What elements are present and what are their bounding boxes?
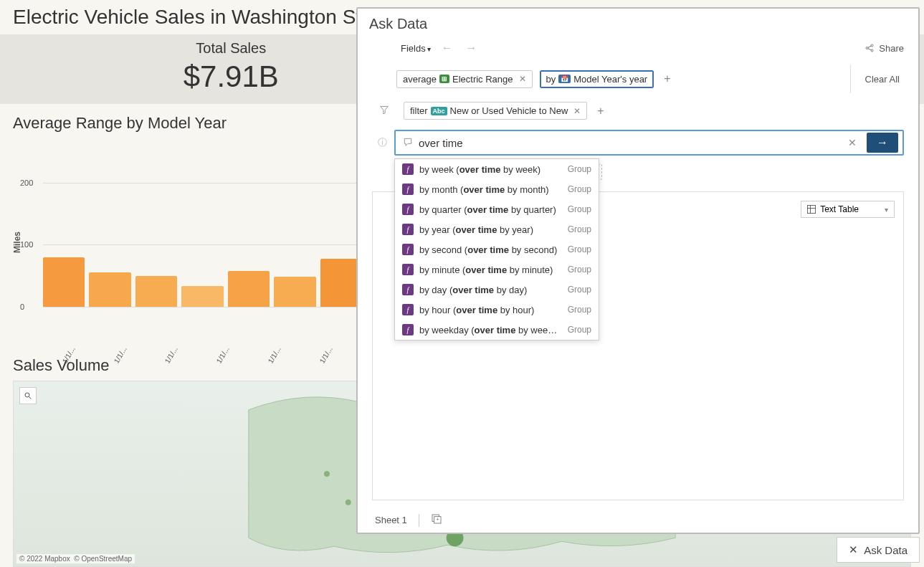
function-icon: f: [402, 204, 414, 215]
autocomplete-label: by day (over time by day): [419, 285, 562, 295]
autocomplete-group: Group: [568, 204, 591, 214]
sheet-bar: Sheet 1 +: [358, 508, 918, 533]
function-icon: f: [402, 264, 414, 275]
bar[interactable]: [181, 286, 223, 307]
close-icon: ✕: [849, 543, 858, 556]
svg-point-34: [871, 49, 873, 52]
remove-pill-icon[interactable]: ✕: [573, 106, 581, 116]
submit-search-button[interactable]: →: [867, 133, 898, 153]
table-icon: [807, 205, 816, 214]
svg-line-35: [868, 46, 872, 47]
autocomplete-label: by weekday (over time by weekday): [419, 325, 562, 335]
svg-text:+: +: [436, 517, 439, 522]
autocomplete-item[interactable]: fby minute (over time by minute)Group: [395, 259, 599, 280]
share-icon: [865, 43, 875, 53]
back-arrow[interactable]: ←: [438, 42, 455, 54]
bar[interactable]: [135, 276, 177, 307]
function-icon: f: [402, 244, 414, 255]
map-attribution: © 2022 Mapbox © OpenStreetMap: [16, 554, 135, 563]
autocomplete-group: Group: [568, 184, 591, 194]
autocomplete-item[interactable]: fby hour (over time by hour)Group: [395, 300, 599, 320]
autocomplete-label: by week (over time by week): [419, 164, 562, 175]
autocomplete-dropdown: fby week (over time by week)Groupfby mon…: [394, 158, 599, 340]
pill-filter-new-used[interactable]: filter Abc New or Used Vehicle to New ✕: [404, 102, 587, 120]
pill-by-model-year[interactable]: by 📅 Model Year's year: [540, 70, 654, 88]
arrow-right-icon: →: [877, 136, 888, 149]
search-icon: [24, 391, 32, 400]
ask-data-toggle-button[interactable]: ✕ Ask Data: [837, 537, 920, 563]
autocomplete-item[interactable]: fby second (over time by second)Group: [395, 239, 599, 259]
svg-point-21: [346, 500, 351, 505]
autocomplete-label: by minute (over time by minute): [419, 265, 562, 275]
bar[interactable]: [274, 277, 315, 307]
function-icon: f: [402, 284, 414, 295]
function-icon: f: [402, 304, 414, 315]
fields-dropdown[interactable]: Fields: [401, 43, 431, 54]
map-search-button[interactable]: [19, 387, 37, 404]
forward-arrow[interactable]: →: [462, 42, 480, 54]
viz-type-select[interactable]: Text Table: [801, 201, 895, 218]
bar[interactable]: [228, 271, 270, 307]
field-type-icon: ⊞: [439, 75, 449, 83]
ask-search-input[interactable]: [419, 137, 838, 149]
filter-icon: [378, 105, 391, 117]
svg-point-32: [866, 47, 868, 49]
search-box: ✕ → fby week (over time by week)Groupfby…: [394, 130, 904, 156]
svg-point-20: [324, 471, 330, 477]
svg-line-36: [868, 49, 872, 50]
autocomplete-group: Group: [568, 164, 591, 174]
add-filter-button[interactable]: +: [594, 105, 606, 118]
autocomplete-item[interactable]: fby weekday (over time by weekday)Group: [395, 320, 599, 340]
function-icon: f: [402, 184, 414, 195]
autocomplete-group: Group: [568, 305, 591, 315]
autocomplete-group: Group: [568, 224, 591, 234]
autocomplete-label: by month (over time by month): [419, 184, 562, 195]
svg-point-33: [871, 44, 873, 47]
autocomplete-group: Group: [568, 285, 591, 295]
comment-icon: [403, 137, 413, 149]
svg-point-0: [25, 393, 29, 397]
add-sheet-button[interactable]: +: [431, 513, 442, 527]
autocomplete-item[interactable]: fby week (over time by week)Group: [395, 159, 599, 179]
autocomplete-group: Group: [568, 325, 591, 335]
bar[interactable]: [89, 272, 130, 307]
autocomplete-item[interactable]: fby year (over time by year)Group: [395, 219, 599, 239]
measures-row: average ⊞ Electric Range ✕ by 📅 Model Ye…: [358, 60, 918, 97]
share-button[interactable]: Share: [865, 43, 904, 54]
pill-average-electric-range[interactable]: average ⊞ Electric Range ✕: [396, 70, 533, 88]
function-icon: f: [402, 163, 414, 175]
add-measure-button[interactable]: +: [661, 72, 673, 85]
remove-pill-icon[interactable]: ✕: [519, 74, 526, 84]
autocomplete-label: by year (over time by year): [419, 224, 562, 235]
search-row: ⓘ ✕ → fby week (over time by week)Groupf…: [358, 124, 918, 161]
ask-data-panel: Ask Data Fields ← → Share average ⊞ Elec…: [356, 7, 920, 534]
clear-search-icon[interactable]: ✕: [844, 137, 861, 148]
bar[interactable]: [43, 257, 85, 307]
filters-row: filter Abc New or Used Vehicle to New ✕ …: [358, 97, 918, 124]
svg-line-1: [29, 397, 32, 399]
function-icon: f: [402, 224, 414, 235]
ask-toolbar: Fields ← → Share: [358, 37, 918, 60]
clear-all-button[interactable]: Clear All: [850, 65, 904, 93]
autocomplete-label: by quarter (over time by quarter): [419, 204, 562, 215]
autocomplete-item[interactable]: fby quarter (over time by quarter)Group: [395, 199, 599, 219]
divider: [419, 514, 419, 527]
field-type-icon: 📅: [558, 75, 571, 83]
ask-data-title: Ask Data: [358, 9, 918, 37]
autocomplete-group: Group: [568, 244, 591, 254]
autocomplete-item[interactable]: fby month (over time by month)Group: [395, 179, 599, 199]
autocomplete-label: by second (over time by second): [419, 244, 562, 255]
sheet-tab[interactable]: Sheet 1: [375, 515, 407, 525]
autocomplete-item[interactable]: fby day (over time by day)Group: [395, 280, 599, 300]
field-type-icon: Abc: [431, 107, 447, 115]
info-icon[interactable]: ⓘ: [378, 136, 387, 149]
autocomplete-group: Group: [568, 265, 591, 275]
function-icon: f: [402, 324, 414, 335]
autocomplete-label: by hour (over time by hour): [419, 305, 562, 315]
